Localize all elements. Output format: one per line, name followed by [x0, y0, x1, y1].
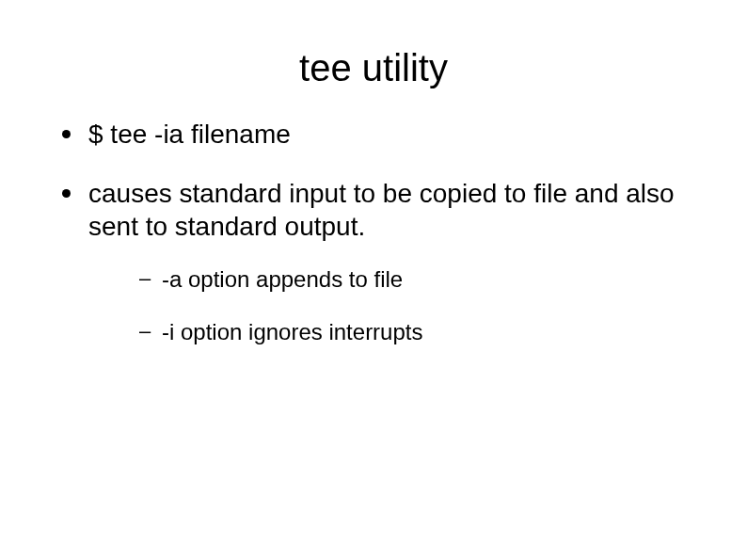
sub-bullet-list: -a option appends to file -i option igno…: [88, 265, 700, 346]
sub-bullet-text: -i option ignores interrupts: [162, 319, 422, 344]
sub-bullet-item: -a option appends to file: [135, 265, 700, 294]
sub-bullet-item: -i option ignores interrupts: [135, 318, 700, 346]
sub-bullet-text: -a option appends to file: [162, 266, 403, 292]
bullet-item: causes standard input to be copied to fi…: [56, 177, 700, 346]
bullet-item: $ tee -ia filename: [56, 118, 700, 151]
bullet-text: causes standard input to be copied to fi…: [88, 179, 675, 241]
bullet-list: $ tee -ia filename causes standard input…: [47, 118, 700, 346]
slide-title: tee utility: [47, 38, 700, 118]
bullet-text: $ tee -ia filename: [88, 120, 291, 149]
slide: tee utility $ tee -ia filename causes st…: [0, 0, 747, 560]
